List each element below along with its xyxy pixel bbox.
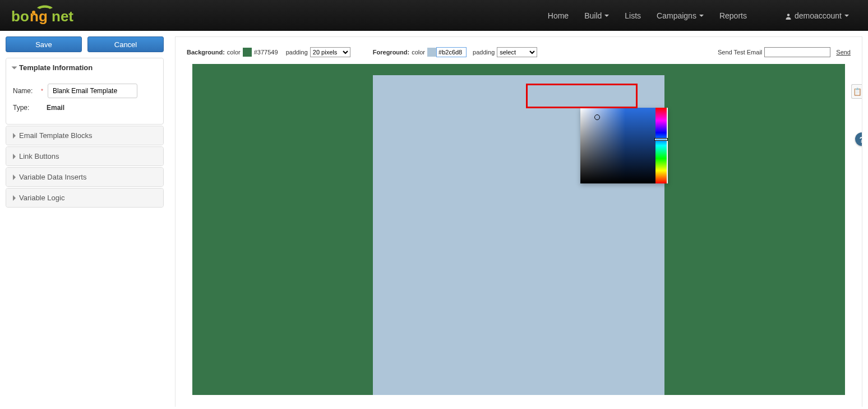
fg-hex-input[interactable] [436,47,467,57]
nav-links: Home Build Lists Campaigns Reports demoa… [540,7,857,25]
canvas-background[interactable] [192,64,845,395]
canvas-wrap [192,64,845,395]
nav-account[interactable]: demoaccount [777,7,857,25]
required-star: * [41,88,43,94]
clipboard-tab[interactable]: 📋 [851,84,862,99]
clipboard-icon: 📋 [853,88,862,96]
panel-title: Link Buttons [19,152,59,160]
panel-head-var-logic[interactable]: Variable Logic [6,189,163,207]
panel-link-buttons: Link Buttons [6,146,164,166]
panel-head-link-buttons[interactable]: Link Buttons [6,147,163,166]
panel-head-template-info[interactable]: Template Information [6,58,163,77]
template-name-input[interactable] [48,84,137,98]
caret-down-icon [604,15,609,17]
panel-var-inserts: Variable Data Inserts [6,167,164,187]
caret-down-icon [699,15,704,17]
nav-campaigns-label: Campaigns [657,11,696,20]
bg-color-swatch[interactable] [243,48,252,57]
type-value: Email [47,104,64,112]
color-picker-saturation[interactable] [580,108,655,183]
bg-padding-select[interactable]: 20 pixels [310,47,350,57]
save-button[interactable]: Save [6,36,82,52]
panel-title: Variable Logic [19,194,64,202]
panel-template-info: Template Information Name: * Type: Email [6,58,164,125]
help-badge[interactable]: ? [855,132,862,146]
color-picker-hue-indicator[interactable] [655,139,667,140]
color-picker-cursor[interactable] [594,114,600,120]
editor-toolbar: Background: color #377549 padding 20 pix… [176,37,862,64]
send-test-email-input[interactable] [764,47,830,57]
nav-build[interactable]: Build [576,7,617,25]
panel-head-var-inserts[interactable]: Variable Data Inserts [6,168,163,186]
background-group: Background: color #377549 padding 20 pix… [187,47,350,57]
svg-text:bo: bo [11,8,29,25]
panel-var-logic: Variable Logic [6,188,164,208]
nav-campaigns[interactable]: Campaigns [649,7,712,25]
background-label: Background: [187,49,225,56]
panel-head-blocks[interactable]: Email Template Blocks [6,126,163,145]
foreground-group: Foreground: color padding select [373,47,537,57]
editor-main: Background: color #377549 padding 20 pix… [175,36,862,407]
chevron-right-icon [13,133,16,139]
color-picker[interactable] [580,108,668,183]
chevron-down-icon [12,66,17,69]
nav-reports[interactable]: Reports [712,7,755,25]
name-label: Name: [13,87,36,95]
foreground-label: Foreground: [373,49,409,56]
fg-padding-select[interactable]: select [497,47,537,57]
bg-hex-text: #377549 [254,49,278,56]
svg-text:net: net [52,8,73,25]
color-picker-hue[interactable] [655,108,667,183]
panel-title: Email Template Blocks [19,131,93,140]
nav-account-label: demoaccount [795,11,842,20]
chevron-right-icon [13,195,16,201]
panel-title: Template Information [19,63,93,72]
panel-title: Variable Data Inserts [19,173,86,181]
nav-build-label: Build [584,11,602,20]
user-icon [785,12,792,19]
nav-lists[interactable]: Lists [617,7,649,25]
caret-down-icon [844,15,849,17]
cancel-button[interactable]: Cancel [87,36,164,52]
send-link[interactable]: Send [836,49,851,56]
padding-label: padding [473,49,495,56]
top-navbar: bo net ng Home Build Lists Campaigns Rep… [0,0,868,31]
nav-home[interactable]: Home [540,7,576,25]
padding-label: padding [286,49,308,56]
svg-text:ng: ng [30,8,48,25]
svg-point-3 [32,11,35,14]
chevron-right-icon [13,174,16,180]
panel-blocks: Email Template Blocks [6,126,164,145]
color-label: color [412,49,425,56]
type-label: Type: [13,104,36,112]
fg-color-swatch[interactable] [427,48,436,57]
color-label: color [227,49,241,56]
send-test-label: Send Test Email [718,49,762,56]
chevron-right-icon [13,154,16,159]
brand-logo[interactable]: bo net ng [11,4,95,27]
